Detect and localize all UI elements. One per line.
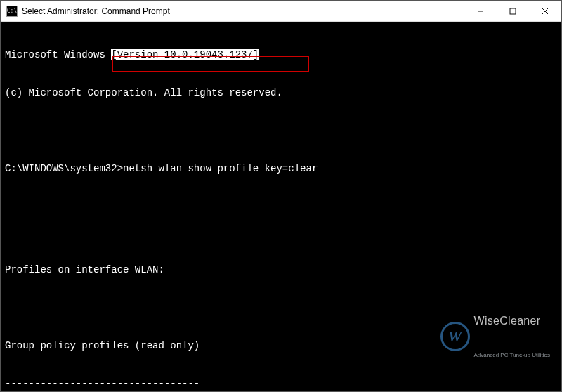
watermark-subtitle: Advanced PC Tune-up Utilities xyxy=(474,352,551,359)
window-title: Select Administrator: Command Prompt xyxy=(22,6,170,16)
cmd-app-icon: C:\ xyxy=(6,6,18,17)
window-titlebar: C:\ Select Administrator: Command Prompt xyxy=(1,1,561,22)
maximize-button[interactable] xyxy=(497,1,529,21)
window-controls xyxy=(464,1,561,21)
wisecleaner-badge-icon: W xyxy=(440,322,470,351)
entered-command: netsh wlan show profile key=clear xyxy=(123,163,318,174)
close-button[interactable] xyxy=(529,1,561,21)
command-annotation-box xyxy=(112,56,309,72)
copyright-line: (c) Microsoft Corporation. All rights re… xyxy=(5,86,557,99)
watermark-title: WiseCleaner xyxy=(474,315,551,327)
prompt-line: C:\WINDOWS\system32>netsh wlan show prof… xyxy=(5,162,557,175)
svg-rect-1 xyxy=(510,8,516,14)
watermark-logo: W WiseCleaner Advanced PC Tune-up Utilit… xyxy=(440,289,551,384)
profiles-header: Profiles on interface WLAN: xyxy=(5,263,557,276)
minimize-button[interactable] xyxy=(464,1,497,21)
console-output[interactable]: Microsoft Windows [Version 10.0.19043.12… xyxy=(1,22,561,391)
